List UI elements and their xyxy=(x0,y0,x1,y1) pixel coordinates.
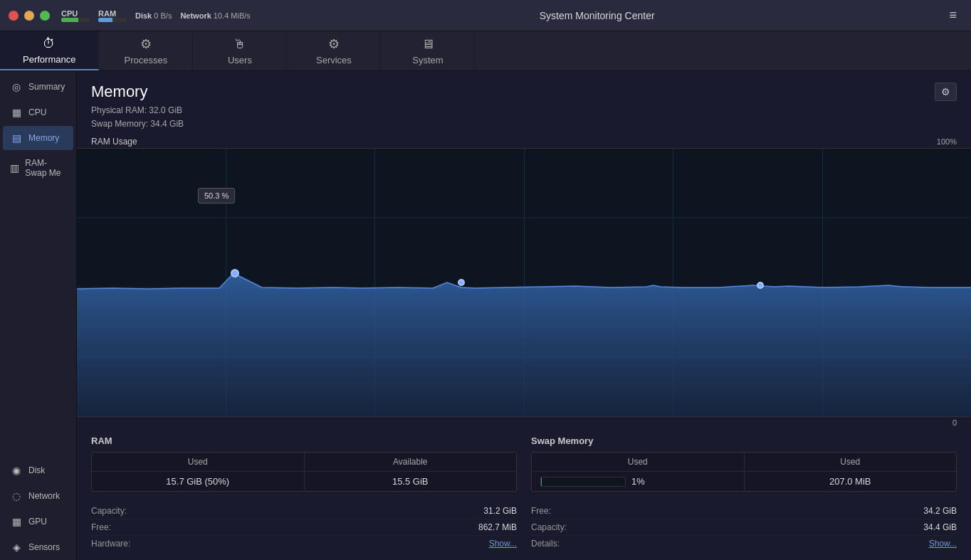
cpu-label: CPU xyxy=(61,9,78,18)
ram-mini-bar-fill xyxy=(98,18,112,22)
swap-percent-label: 1% xyxy=(631,476,645,487)
sidebar-label-ram-swap: RAM-Swap Me xyxy=(25,158,68,178)
system-icon: 🖥 xyxy=(421,37,434,52)
titlebar: CPU RAM Disk 0 B/s N xyxy=(0,0,971,31)
settings-button[interactable]: ⚙ xyxy=(935,83,957,101)
svg-point-6 xyxy=(757,282,763,288)
ram-used-value: 15.7 GiB (50%) xyxy=(92,472,305,491)
services-icon: ⚙ xyxy=(328,36,340,52)
ram-free-value: 862.7 MiB xyxy=(478,522,517,532)
titlebar-right: ≡ xyxy=(943,5,962,26)
chart-max-label: 100% xyxy=(937,137,957,146)
ram-hardware-link[interactable]: Show... xyxy=(489,539,517,549)
tab-processes[interactable]: ⚙ Processes xyxy=(99,31,193,70)
ram-value-row: 15.7 GiB (50%) 15.5 GiB xyxy=(92,472,516,491)
cpu-mini-bar-fill xyxy=(61,18,78,22)
ram-label: RAM xyxy=(98,9,116,18)
network-value: 10.4 MiB/s xyxy=(214,11,251,20)
sidebar-label-disk: Disk xyxy=(28,465,45,475)
swap-used-percent-container: 1% xyxy=(532,472,745,491)
tabbar: ⏱ Performance ⚙ Processes 🖱 Users ⚙ Serv… xyxy=(0,31,971,71)
chart-label: RAM Usage xyxy=(91,137,137,147)
tab-performance-label: Performance xyxy=(23,54,75,65)
sidebar-item-network[interactable]: ◌ Network xyxy=(3,484,73,508)
sidebar-label-summary: Summary xyxy=(28,82,65,92)
app-title: System Monitoring Center xyxy=(540,10,655,21)
content-header: Memory Physical RAM: 32.0 GiB Swap Memor… xyxy=(77,71,971,137)
tab-users-label: Users xyxy=(228,55,252,65)
tab-performance[interactable]: ⏱ Performance xyxy=(0,31,99,70)
stats-section: RAM Used Available 15.7 GiB (50%) 15.5 G… xyxy=(77,427,971,500)
tab-services[interactable]: ⚙ Services xyxy=(287,31,381,70)
sidebar-item-cpu[interactable]: ▦ CPU xyxy=(3,100,73,125)
sidebar-label-cpu: CPU xyxy=(28,107,46,117)
performance-icon: ⏱ xyxy=(43,36,56,51)
ram-swap-icon: ▥ xyxy=(10,162,19,174)
swap-memory: Swap Memory: 34.4 GiB xyxy=(91,117,184,131)
sidebar-item-memory[interactable]: ▤ Memory xyxy=(3,126,73,150)
menu-button[interactable]: ≡ xyxy=(943,5,962,26)
swap-progress-fill xyxy=(541,477,542,486)
network-icon: ◌ xyxy=(10,490,23,502)
sidebar-label-memory: Memory xyxy=(28,133,59,143)
sidebar-item-disk[interactable]: ◉ Disk xyxy=(3,458,73,482)
cpu-stat: CPU xyxy=(61,9,90,22)
ram-header-row: Used Available xyxy=(92,453,516,472)
ram-available-header: Available xyxy=(305,453,517,471)
physical-ram: Physical RAM: 32.0 GiB xyxy=(91,104,184,117)
processes-icon: ⚙ xyxy=(140,36,152,52)
sidebar-item-sensors[interactable]: ◈ Sensors xyxy=(3,535,73,559)
swap-free-value: 34.2 GiB xyxy=(923,506,957,516)
swap-details-link[interactable]: Show... xyxy=(929,539,957,549)
disk-label: Disk xyxy=(135,11,152,20)
sidebar-item-gpu[interactable]: ▦ GPU xyxy=(3,509,73,534)
memory-icon: ▤ xyxy=(10,132,23,144)
swap-free-row: Free: 34.2 GiB xyxy=(531,503,957,519)
network-label: Network xyxy=(180,11,211,20)
sidebar: ◎ Summary ▦ CPU ▤ Memory ▥ RAM-Swap Me ◉… xyxy=(0,71,77,560)
cpu-mini-bar xyxy=(61,18,90,22)
memory-meta: Physical RAM: 32.0 GiB Swap Memory: 34.4… xyxy=(91,104,184,131)
sidebar-item-summary[interactable]: ◎ Summary xyxy=(3,75,73,99)
swap-stats-inner: Used Used 1% 207.0 MiB xyxy=(531,452,957,492)
sidebar-item-ram-swap[interactable]: ▥ RAM-Swap Me xyxy=(3,152,73,184)
ram-mini-bar xyxy=(98,18,127,22)
swap-details-label: Details: xyxy=(531,539,560,549)
ram-capacity-row: Capacity: 31.2 GiB xyxy=(91,503,517,519)
tab-system[interactable]: 🖥 System xyxy=(381,31,475,70)
sidebar-spacer xyxy=(0,185,76,458)
swap-stats-block: Swap Memory Used Used 1% xyxy=(531,435,957,492)
detail-rows: Capacity: 31.2 GiB Free: 862.7 MiB Hardw… xyxy=(77,500,971,560)
chart-wrapper: 50.3 % xyxy=(77,148,971,417)
close-button[interactable] xyxy=(9,11,19,21)
ram-hardware-label: Hardware: xyxy=(91,539,130,549)
tab-system-label: System xyxy=(412,55,443,65)
ram-stat: RAM xyxy=(98,9,127,22)
tab-users[interactable]: 🖱 Users xyxy=(193,31,287,70)
swap-progress-bar xyxy=(540,477,626,487)
chart-min-label: 0 xyxy=(77,417,971,427)
swap-progress-container: 1% xyxy=(540,476,735,487)
svg-marker-3 xyxy=(77,273,971,417)
gpu-icon: ▦ xyxy=(10,516,23,527)
ram-capacity-value: 31.2 GiB xyxy=(483,506,517,516)
memory-info: Memory Physical RAM: 32.0 GiB Swap Memor… xyxy=(91,83,184,131)
chart-svg xyxy=(77,149,971,417)
sidebar-label-sensors: Sensors xyxy=(28,542,60,552)
sidebar-label-network: Network xyxy=(28,491,60,501)
swap-details-row: Details: Show... xyxy=(531,536,957,551)
minimize-button[interactable] xyxy=(24,11,34,21)
chart-header: RAM Usage 100% xyxy=(77,137,971,148)
tab-services-label: Services xyxy=(316,55,352,65)
cpu-bar-container xyxy=(61,18,90,22)
disk-icon: ◉ xyxy=(10,465,23,476)
swap-used-header2: Used xyxy=(745,453,957,471)
sidebar-label-gpu: GPU xyxy=(28,517,47,527)
ram-used-header: Used xyxy=(92,453,305,471)
titlebar-stats: CPU RAM Disk 0 B/s N xyxy=(61,9,251,22)
maximize-button[interactable] xyxy=(40,11,50,21)
users-icon: 🖱 xyxy=(233,37,246,52)
ram-free-label: Free: xyxy=(91,522,111,532)
content-area: Memory Physical RAM: 32.0 GiB Swap Memor… xyxy=(77,71,971,560)
swap-detail-block: Free: 34.2 GiB Capacity: 34.4 GiB Detail… xyxy=(531,503,957,551)
